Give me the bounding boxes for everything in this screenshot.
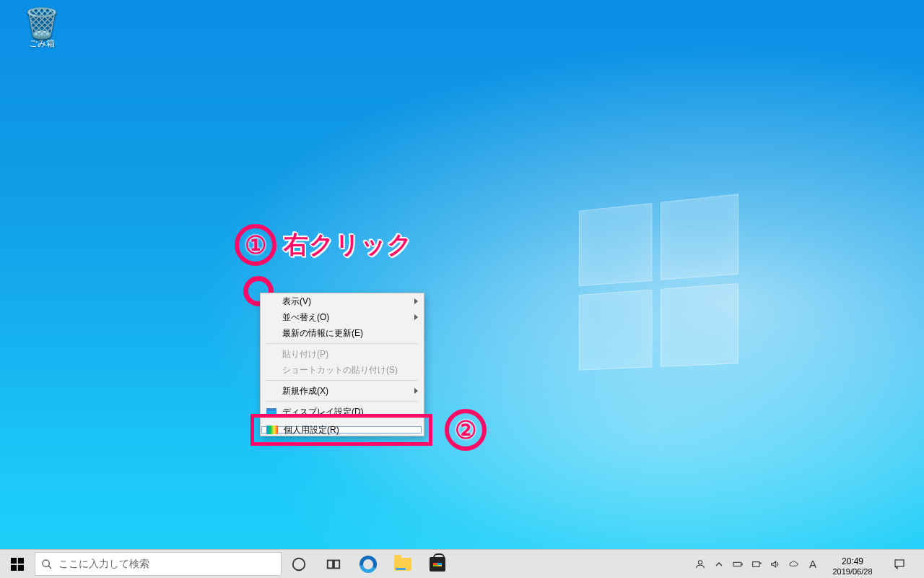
- ctx-paste-shortcut: ショートカットの貼り付け(S): [261, 362, 424, 378]
- taskbar-app-explorer[interactable]: [385, 558, 420, 571]
- svg-rect-12: [753, 561, 759, 566]
- edge-icon: [359, 556, 377, 573]
- trash-icon: 🗑️: [14, 9, 69, 38]
- ctx-personalize[interactable]: 個人用設定(R): [261, 426, 422, 434]
- chevron-right-icon: [414, 314, 418, 320]
- search-placeholder: ここに入力して検索: [58, 558, 149, 571]
- annotation-step1: ① 右クリック: [235, 224, 413, 266]
- svg-line-5: [48, 566, 51, 569]
- svg-rect-1: [18, 558, 24, 564]
- taskbar-app-store[interactable]: [420, 557, 455, 571]
- ime-indicator-label: A: [809, 558, 816, 570]
- svg-rect-2: [11, 564, 17, 570]
- ctx-refresh-label: 最新の情報に更新(E): [282, 328, 363, 338]
- microsoft-store-icon: [430, 557, 445, 571]
- separator: [266, 401, 418, 402]
- tray-battery[interactable]: [729, 558, 746, 570]
- taskbar-search[interactable]: ここに入力して検索: [35, 552, 282, 576]
- annotation-step2-number: ②: [445, 409, 487, 451]
- people-icon: [694, 558, 706, 570]
- file-explorer-icon: [394, 558, 411, 571]
- tray-onedrive[interactable]: [785, 558, 803, 570]
- task-view-icon: [326, 556, 341, 572]
- annotation-step1-text: 右クリック: [284, 228, 413, 262]
- ctx-new[interactable]: 新規作成(X): [261, 383, 424, 399]
- cortana-icon: [291, 556, 307, 572]
- ctx-personalize-label: 個人用設定(R): [284, 424, 339, 436]
- svg-rect-3: [18, 564, 24, 570]
- cortana-button[interactable]: [282, 556, 316, 572]
- svg-rect-0: [11, 558, 17, 564]
- start-button[interactable]: [0, 550, 35, 578]
- wallpaper-windows-logo: [579, 194, 744, 379]
- tray-people[interactable]: [692, 558, 709, 570]
- windows-logo-icon: [11, 558, 24, 571]
- svg-point-4: [43, 560, 49, 566]
- ctx-view[interactable]: 表示(V): [261, 293, 424, 309]
- ctx-paste-shortcut-label: ショートカットの貼り付け(S): [282, 365, 398, 375]
- separator: [266, 343, 418, 344]
- ctx-refresh[interactable]: 最新の情報に更新(E): [261, 325, 424, 341]
- ctx-paste: 貼り付け(P): [261, 346, 424, 362]
- tray-volume[interactable]: [767, 558, 784, 570]
- ctx-new-label: 新規作成(X): [282, 386, 328, 396]
- chevron-up-icon: [713, 558, 725, 570]
- separator: [266, 380, 418, 381]
- ctx-sort-label: 並べ替え(O): [282, 312, 329, 322]
- svg-point-9: [698, 560, 702, 564]
- clock-date: 2019/06/28: [823, 566, 882, 577]
- annotation-highlight-personalize: 個人用設定(R): [250, 414, 432, 446]
- action-center-button[interactable]: [884, 558, 915, 571]
- taskbar-app-edge[interactable]: [351, 556, 385, 573]
- tray-ime[interactable]: A: [804, 558, 821, 570]
- network-icon: [751, 558, 762, 570]
- svg-rect-13: [895, 560, 904, 566]
- svg-rect-10: [733, 562, 741, 566]
- desktop[interactable]: 🗑️ ごみ箱 ① 右クリック 表示(V) 並べ替え(O) 最新の情報に更新(E)…: [0, 0, 924, 578]
- search-icon: [41, 558, 53, 570]
- battery-icon: [732, 558, 744, 570]
- tray-clock[interactable]: 20:49 2019/06/28: [823, 552, 882, 577]
- svg-rect-7: [328, 560, 333, 568]
- chevron-right-icon: [414, 298, 418, 304]
- task-view-button[interactable]: [316, 556, 351, 572]
- svg-rect-8: [334, 560, 339, 568]
- ctx-sort[interactable]: 並べ替え(O): [261, 309, 424, 325]
- recycle-bin-icon[interactable]: 🗑️ ごみ箱: [14, 9, 69, 50]
- tray-network[interactable]: [748, 558, 765, 570]
- personalize-icon: [266, 426, 278, 434]
- volume-icon: [770, 558, 781, 570]
- tray-overflow[interactable]: [710, 558, 728, 570]
- svg-point-6: [293, 558, 305, 570]
- svg-rect-11: [741, 563, 742, 565]
- annotation-step1-number: ①: [235, 224, 276, 266]
- recycle-bin-label: ごみ箱: [14, 38, 69, 50]
- system-tray: A 20:49 2019/06/28: [692, 550, 924, 578]
- clock-time: 20:49: [823, 556, 882, 566]
- ctx-view-label: 表示(V): [282, 296, 311, 306]
- ctx-paste-label: 貼り付け(P): [282, 349, 328, 359]
- taskbar: ここに入力して検索: [0, 549, 924, 578]
- action-center-icon: [893, 558, 906, 571]
- cloud-sync-icon: [788, 558, 800, 570]
- chevron-right-icon: [414, 388, 418, 394]
